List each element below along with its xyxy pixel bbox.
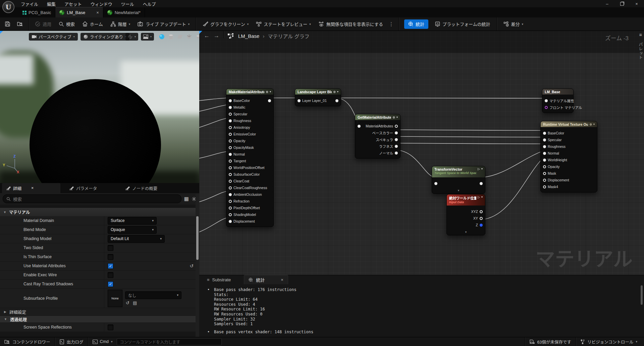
output-pin[interactable] (395, 131, 398, 134)
close-tab-icon[interactable]: × (281, 277, 283, 282)
property-checkbox[interactable] (108, 325, 113, 330)
input-pin[interactable] (358, 125, 361, 128)
search-button[interactable]: 検索 (55, 17, 78, 31)
input-pin[interactable] (229, 193, 232, 196)
menu-help[interactable]: ヘルプ (143, 1, 156, 7)
tab-stats[interactable]: i 統計 × (244, 275, 288, 284)
reset-to-default-icon[interactable]: ↺ (190, 263, 194, 269)
shape-teapot-button[interactable] (196, 34, 199, 39)
stats-button[interactable]: i 統計 (404, 19, 428, 29)
category-open[interactable]: ▼透過処理 (0, 316, 197, 323)
shape-plane-button[interactable] (177, 34, 183, 39)
stats-scrollbar-thumb[interactable] (641, 285, 643, 305)
node-collapse-icon[interactable]: ▾ (481, 167, 483, 170)
node-transform-vector[interactable]: TransformVectorTangent Space to World Sp… (432, 166, 485, 194)
tab-new-material[interactable]: NewMaterial* (103, 7, 145, 17)
cmd-dropdown[interactable]: Cmd▾ (88, 337, 117, 346)
input-pin[interactable] (543, 172, 546, 175)
output-pin[interactable] (480, 182, 483, 185)
close-button[interactable]: × (629, 0, 644, 7)
property-checkbox[interactable] (108, 272, 113, 278)
shape-sphere-button[interactable] (159, 34, 165, 40)
input-pin[interactable] (229, 160, 232, 163)
browse-asset-icon[interactable]: ▤ (133, 300, 137, 305)
input-pin[interactable] (543, 165, 546, 168)
search-input[interactable]: 検索 (3, 194, 181, 203)
asset-select[interactable]: なし▾ (125, 291, 181, 299)
input-pin[interactable] (229, 186, 232, 189)
input-pin[interactable] (229, 220, 232, 223)
maximize-button[interactable] (614, 0, 629, 7)
property-select[interactable]: Opaque▾ (108, 226, 157, 234)
tab-pcg-basic[interactable]: PCG_Basic (18, 7, 55, 17)
output-pin[interactable] (480, 210, 483, 213)
output-pin[interactable] (395, 152, 398, 155)
menu-tools[interactable]: ツール (121, 1, 134, 7)
property-checkbox[interactable]: ✓ (108, 263, 113, 269)
content-drawer-button[interactable]: コンテンツドロワー (0, 337, 55, 346)
input-pin[interactable] (543, 132, 546, 135)
tab-details[interactable]: 詳細 × (2, 183, 60, 193)
property-checkbox[interactable] (108, 254, 113, 260)
input-pin[interactable] (543, 185, 546, 188)
input-pin[interactable] (229, 153, 232, 156)
input-pin[interactable] (229, 213, 232, 216)
input-pin[interactable] (543, 152, 546, 155)
display-filter-icon[interactable]: ▦ (184, 196, 189, 202)
clean-graph-button[interactable]: グラフをクリーン▾ (199, 17, 252, 31)
save-button[interactable] (0, 17, 13, 31)
live-update-button[interactable]: ライブ アップデート▾ (134, 17, 193, 31)
node-landscape-layer-blend[interactable]: Landscape Layer Blend⊙▾Layer Layer_01 (295, 89, 341, 106)
node-absolute-world-position[interactable]: 絶対ワールド位置Input Data▷▾XYZXYZ▾ (446, 194, 485, 235)
viewport-effects-dropdown[interactable]: ▾ (125, 33, 138, 41)
node-collapse-icon[interactable]: ▾ (593, 123, 595, 126)
property-checkbox[interactable] (108, 245, 113, 251)
input-pin[interactable] (229, 119, 232, 122)
nav-forward-icon[interactable]: → (214, 33, 219, 39)
node-collapse-icon[interactable]: ▾ (337, 90, 338, 93)
material-preview-viewport[interactable]: パースペクティブ▾ ライティングあり▾ ▾ ▾ Z Y X (0, 31, 199, 183)
input-pin[interactable] (229, 139, 232, 142)
output-pin[interactable] (395, 125, 398, 128)
hierarchy-button[interactable]: 階層▾ (107, 17, 134, 31)
details-scrollbar-thumb[interactable] (196, 216, 199, 260)
node-lm-base-result[interactable]: LM_Baseマテリアル属性フロント マテリアル (542, 89, 574, 113)
diff-button[interactable]: 差分▾ (500, 17, 527, 31)
revision-control-dropdown[interactable]: リビジョンコントロール▾ (576, 337, 644, 346)
toolbar-overflow-button[interactable]: ⋮ (387, 21, 396, 27)
tab-substrate[interactable]: ≡ Substrate (203, 275, 235, 284)
breadcrumb-root[interactable]: LM_Base (238, 33, 259, 39)
input-pin[interactable] (298, 99, 301, 102)
node-collapse-icon[interactable]: ▾ (481, 195, 483, 198)
output-pin[interactable] (268, 99, 271, 102)
input-pin[interactable] (543, 138, 546, 141)
output-pin[interactable] (395, 138, 398, 141)
shape-cube-button[interactable] (186, 34, 192, 40)
tab-parameters[interactable]: パラメータ (65, 183, 101, 193)
preview-state-button[interactable]: ステートをプレビュー▾ (252, 17, 315, 31)
tab-lm-base[interactable]: LM_Base × (55, 7, 103, 17)
node-expand-icon[interactable]: ▾ (447, 230, 485, 235)
input-pin[interactable] (543, 145, 546, 148)
node-runtime-virtual-texture-output[interactable]: Runtime Virtual Texture Output⊙▾BaseColo… (540, 121, 597, 192)
nav-back-icon[interactable]: ← (204, 33, 210, 39)
property-select[interactable]: Surface▾ (108, 217, 157, 225)
input-pin[interactable] (229, 146, 232, 149)
shape-cylinder-button[interactable] (168, 34, 173, 40)
viewport-perspective-dropdown[interactable]: パースペクティブ▾ (29, 33, 78, 41)
input-pin[interactable] (543, 159, 546, 162)
input-pin[interactable] (434, 182, 437, 185)
menu-window[interactable]: ウィンドウ (91, 1, 112, 7)
platform-stats-button[interactable]: プラットフォームの統計 (431, 17, 494, 31)
input-pin[interactable] (543, 179, 546, 182)
console-command-input[interactable]: コンソールコマンドを入力します (117, 338, 222, 345)
node-expand-icon[interactable]: ▾ (432, 189, 485, 193)
property-checkbox[interactable]: ✓ (108, 281, 113, 287)
menu-file[interactable]: ファイル (21, 1, 38, 7)
menu-asset[interactable]: アセット (64, 1, 82, 7)
input-pin[interactable] (229, 113, 232, 116)
menu-edit[interactable]: 編集 (47, 1, 56, 7)
input-pin[interactable] (229, 180, 232, 183)
hide-unrelated-button[interactable]: 無関係な項目を非表示にする (315, 17, 387, 31)
viewport-lit-dropdown[interactable]: ライティングあり▾ (80, 33, 129, 41)
